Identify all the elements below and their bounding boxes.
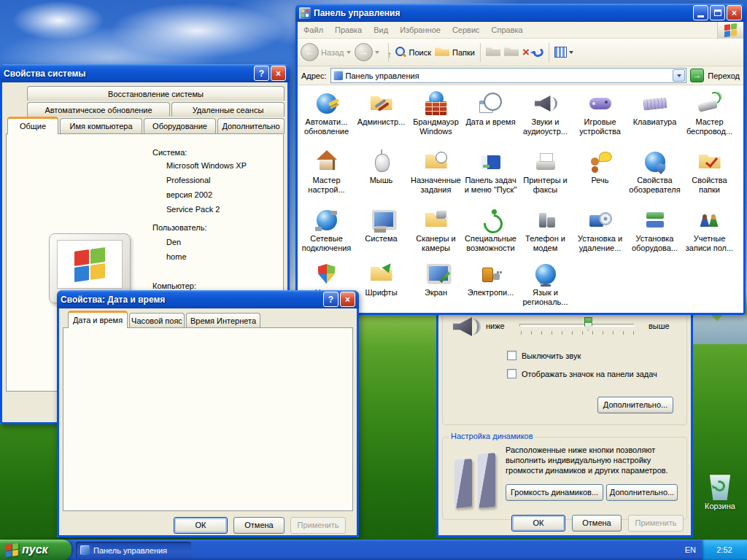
volume-advanced-button[interactable]: Дополнительно... xyxy=(597,397,673,413)
cp-item-wireless-wizard[interactable]: Мастербеспровод... xyxy=(683,91,737,149)
address-combobox[interactable]: Панель управления xyxy=(330,68,687,83)
help-button[interactable]: ? xyxy=(323,292,338,307)
menu-bar: ФайлПравкаВидИзбранноеСервисСправка xyxy=(298,22,743,39)
cp-item-system[interactable]: Система xyxy=(355,208,409,262)
cp-item-sounds-audio[interactable]: Звуки иаудиоустр... xyxy=(519,91,573,149)
user-line: home xyxy=(166,252,187,261)
cp-item-label: Установка иудаление... xyxy=(573,234,627,253)
delete-button[interactable]: × xyxy=(522,46,530,58)
cp-item-speech[interactable]: Речь xyxy=(573,149,627,208)
cp-item-folder-options[interactable]: Свойствапапки xyxy=(683,149,737,208)
cp-item-network-connections[interactable]: Сетевыеподключения xyxy=(300,208,354,262)
cp-item-automatic-updates[interactable]: Автомати...обновление xyxy=(300,91,354,149)
scheduled-tasks-icon xyxy=(424,149,449,174)
tab-automatic-updates[interactable]: Автоматическое обновление xyxy=(27,102,170,117)
recycle-bin[interactable]: Корзина xyxy=(693,474,747,510)
mute-checkbox[interactable] xyxy=(507,351,516,360)
menu-item-Избранное[interactable]: Избранное xyxy=(394,26,446,34)
forward-dropdown-icon[interactable] xyxy=(375,51,379,54)
forward-button[interactable]: → xyxy=(355,43,379,61)
user-line: Den xyxy=(166,238,181,246)
system-tray[interactable]: 2:52 xyxy=(702,540,747,560)
mute-label[interactable]: Выключить звук xyxy=(522,351,581,360)
taskbar-task-control-panel[interactable]: Панель управления xyxy=(76,542,191,559)
menu-item-Сервис[interactable]: Сервис xyxy=(446,26,486,34)
tab-general[interactable]: Общие xyxy=(7,117,58,134)
control-panel-title: Панель управления xyxy=(314,8,692,18)
back-dropdown-icon[interactable] xyxy=(347,51,351,54)
close-button[interactable]: × xyxy=(340,292,355,307)
tab-remote[interactable]: Удаленные сеансы xyxy=(171,102,285,117)
administration-icon xyxy=(369,91,394,116)
sound-cancel-button[interactable]: Отмена xyxy=(572,515,622,532)
cp-item-label: Мастербеспровод... xyxy=(683,117,737,136)
cp-item-windows-firewall[interactable]: БрандмауэрWindows xyxy=(409,91,463,149)
cp-item-network-setup-wizard[interactable]: Мастернастрой... xyxy=(300,149,354,208)
cp-item-label: Сканеры икамеры xyxy=(409,234,463,253)
search-button[interactable]: Поиск xyxy=(394,46,431,59)
go-icon[interactable]: → xyxy=(690,69,704,82)
cp-item-keyboard[interactable]: Клавиатура xyxy=(628,91,682,149)
undo-button[interactable] xyxy=(532,47,544,58)
cp-item-scheduled-tasks[interactable]: Назначенныезадания xyxy=(409,149,463,208)
tray-icon-label[interactable]: Отображать значок на панели задач xyxy=(522,370,657,378)
language-indicator[interactable]: EN xyxy=(685,540,696,560)
address-label: Адрес: xyxy=(301,71,327,80)
date-time-titlebar[interactable]: Свойства: Дата и время ? × xyxy=(57,290,359,308)
tab-system-restore[interactable]: Восстановление системы xyxy=(27,86,285,101)
tab-advanced[interactable]: Дополнительно xyxy=(217,118,285,133)
close-button[interactable]: × xyxy=(727,5,742,20)
help-button[interactable]: ? xyxy=(254,66,269,81)
address-dropdown-button[interactable] xyxy=(673,69,685,82)
cp-item-display[interactable]: Экран xyxy=(409,262,463,326)
user-accounts-icon xyxy=(697,208,722,233)
menu-item-Правка[interactable]: Правка xyxy=(329,26,368,34)
views-button[interactable] xyxy=(554,47,573,58)
go-label[interactable]: Переход xyxy=(708,71,740,80)
cp-item-date-and-time[interactable]: Дата и время xyxy=(464,91,518,149)
maximize-button[interactable] xyxy=(710,5,725,20)
cp-item-phone-modem[interactable]: Телефон имодем xyxy=(519,208,573,262)
cp-item-user-accounts[interactable]: Учетныезаписи пол... xyxy=(683,208,737,262)
cp-item-administration[interactable]: Администр... xyxy=(355,91,409,149)
control-panel-titlebar[interactable]: Панель управления × xyxy=(295,4,746,22)
task-label: Панель управления xyxy=(93,546,167,555)
datetime-cancel-button[interactable]: Отмена xyxy=(233,517,285,534)
fonts-icon xyxy=(369,262,394,287)
cp-item-regional-language[interactable]: Язык ирегиональ... xyxy=(519,262,573,326)
menu-item-Файл[interactable]: Файл xyxy=(298,26,329,34)
game-controllers-icon xyxy=(588,91,613,116)
cp-item-game-controllers[interactable]: Игровыеустройства xyxy=(573,91,627,149)
cp-item-mouse[interactable]: Мышь xyxy=(355,149,409,208)
cp-item-power-options[interactable]: Электропи... xyxy=(464,262,518,326)
cp-item-accessibility[interactable]: Специальныевозможности xyxy=(464,208,518,262)
folders-button[interactable]: Папки xyxy=(435,47,475,58)
copy-to-button[interactable] xyxy=(504,47,519,58)
cp-item-scanners-cameras[interactable]: Сканеры икамеры xyxy=(409,208,463,262)
start-button[interactable]: пуск xyxy=(0,540,71,560)
speakers-advanced-button[interactable]: Дополнительно... xyxy=(606,484,678,501)
cp-item-printers-faxes[interactable]: Принтеры ифаксы xyxy=(519,149,573,208)
cp-item-add-remove-programs[interactable]: Установка иудаление... xyxy=(573,208,627,262)
datetime-ok-button[interactable]: ОК xyxy=(174,517,228,534)
close-button[interactable]: × xyxy=(271,66,286,81)
toolbar-separator xyxy=(480,43,481,62)
sound-ok-button[interactable]: ОК xyxy=(511,515,565,532)
cp-item-internet-options[interactable]: Свойстваобозревателя xyxy=(628,149,682,208)
tab-hardware[interactable]: Оборудование xyxy=(144,118,216,133)
tab-timezone[interactable]: Часовой пояс xyxy=(129,313,185,328)
system-properties-titlebar[interactable]: Свойства системы ? × xyxy=(0,64,290,82)
speakers-volume-button[interactable]: Громкость динамиков... xyxy=(506,484,603,501)
menu-item-Справка[interactable]: Справка xyxy=(486,26,529,34)
minimize-button[interactable] xyxy=(693,5,708,20)
tab-date-time[interactable]: Дата и время xyxy=(68,311,128,328)
menu-item-Вид[interactable]: Вид xyxy=(368,26,394,34)
tray-icon-checkbox[interactable] xyxy=(507,369,516,378)
tab-computer-name[interactable]: Имя компьютера xyxy=(60,118,142,133)
back-button[interactable]: ← Назад xyxy=(301,43,351,61)
cp-item-add-hardware[interactable]: Установкаоборудова... xyxy=(628,208,682,262)
move-to-button[interactable] xyxy=(486,47,500,58)
tab-internet-time[interactable]: Время Интернета xyxy=(186,313,260,328)
cp-item-taskbar-start-menu[interactable]: Панель задачи меню "Пуск" xyxy=(464,149,518,208)
cp-item-fonts[interactable]: Шрифты xyxy=(355,262,409,326)
